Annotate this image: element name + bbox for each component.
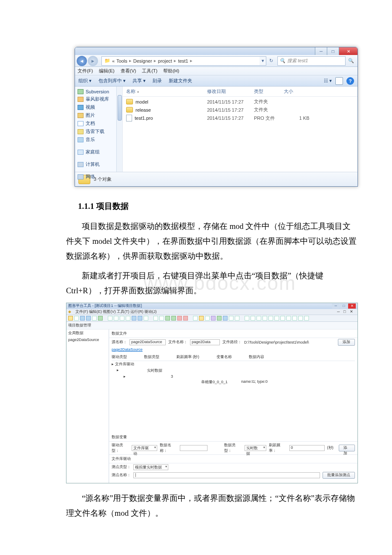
menubar: 文件(F) 编辑(E) 查看(V) 工具(T) 帮助(H) [75, 67, 357, 75]
nav-subversion[interactable]: Subversion▲ [75, 88, 122, 95]
search-icon: 🔍 [280, 58, 285, 64]
nav-global[interactable]: 全局数据 [66, 330, 109, 337]
tree-node[interactable]: ▸3 [112, 374, 355, 379]
point-name-input[interactable]: | [133, 472, 320, 478]
folder-icon: 📁 [104, 58, 110, 64]
source-name-input[interactable]: page2DataSource [130, 339, 166, 345]
minimize-button[interactable]: ─ [332, 304, 340, 309]
nav-pane: Subversion▲ 暴风影视库 视频 图片 文档 迅雷下载 音乐 家庭组 计… [75, 87, 123, 172]
col-date[interactable]: 修改日期 [207, 88, 254, 95]
paragraph: 项目数据是数据驱动的数据模型，存储在 mod 文件中（位于组态工具项目文件夹下 … [66, 219, 358, 264]
tb-share[interactable]: 共享 ▾ [133, 78, 146, 84]
child-min[interactable]: ─ [337, 309, 343, 314]
app-icon: ◆ [68, 309, 71, 314]
file-row[interactable]: release 2014/11/15 17:27 文件夹 [123, 106, 357, 114]
col-size[interactable]: 大小 [284, 88, 309, 95]
nav-computer[interactable]: 计算机 [75, 160, 122, 168]
nav-documents[interactable]: 文档 [75, 119, 122, 127]
data-type-select[interactable]: 实时数据 [245, 445, 267, 451]
section-file-driver: 文件库驱动 [109, 454, 357, 463]
toolbar: 组织 ▾ 包含到库中 ▾ 共享 ▾ 刻录 新建文件夹 ☷ ▾ ? [75, 75, 357, 87]
nav-video[interactable]: 视频 [75, 103, 122, 111]
file-name-input[interactable]: page2Data [190, 339, 220, 345]
tb-include[interactable]: 包含到库中 ▾ [98, 78, 126, 84]
menu-view[interactable]: 查看(V) [121, 68, 136, 74]
nav-title: 项目数据管理 [66, 322, 357, 330]
document-body: 1.1.1 项目数据 项目数据是数据驱动的数据模型，存储在 mod 文件中（位于… [0, 187, 392, 298]
paragraph: 新建或者打开项目后，右键项目弹出菜单中点击“项目数据”（快捷键 Ctrl+R），… [66, 269, 358, 298]
nav-baofeng[interactable]: 暴风影视库 [75, 95, 122, 103]
close-button[interactable]: ✕ [348, 304, 356, 309]
address-bar-row: ◄ ► 📁 « Tools▸ Designer▸ project▸ test1▸… [75, 55, 357, 67]
data-name-input[interactable] [180, 445, 208, 451]
section-heading: 1.1.1 项目数据 [78, 199, 358, 214]
preview-pane-button[interactable] [335, 77, 343, 85]
file-path: D:\Tools\Designer\project\test1\model\ [244, 340, 309, 344]
file-list: 名称▴ 修改日期 类型 大小 model 2014/11/15 17:27 文件… [123, 87, 357, 172]
nav-scrollbar[interactable] [116, 87, 122, 172]
file-row[interactable]: model 2014/11/15 17:27 文件夹 [123, 98, 357, 106]
refresh-button[interactable]: ↻ [266, 56, 276, 66]
document-body: “源名称”用于数据变量界面中，或者界面数据源属性；“文件名称”表示存储物理文件名… [0, 483, 392, 521]
batch-add-button[interactable]: 批量添加测点 [323, 472, 355, 479]
driver-type-select[interactable]: 文件库驱动 [132, 445, 157, 451]
search-go-icon[interactable]: 🔍 [346, 56, 356, 66]
folder-icon [126, 107, 133, 113]
child-max[interactable]: □ [343, 309, 349, 314]
tree-node[interactable]: ▸ 文件库驱动 [112, 361, 355, 367]
designer-nav: 全局数据 page2DataSource [66, 330, 109, 483]
tb-newfolder[interactable]: 新建文件夹 [169, 78, 192, 84]
designer-menubar: ◆ 文件(F) 编辑(E) 视图(V) 工具(T) 运行(R) 驱动(J) ─ … [66, 309, 357, 315]
forward-button[interactable]: ► [88, 56, 98, 66]
maximize-button[interactable]: □ [327, 47, 339, 55]
history-dropdown[interactable]: ▾ [259, 56, 266, 66]
menu-tools[interactable]: 工具(T) [142, 68, 157, 74]
minimize-button[interactable]: ─ [315, 47, 327, 55]
add-button[interactable]: 添加 [338, 339, 355, 346]
back-button[interactable]: ◄ [77, 56, 87, 66]
view-mode-button[interactable]: ☷ ▾ [324, 78, 332, 84]
child-close[interactable]: ✕ [350, 309, 356, 314]
tree-leaf[interactable]: 单精量0_0_0_1name:t1; type:0 [112, 379, 355, 385]
file-row[interactable]: test1.pro 2014/11/15 17:27 PRO 文件 1 KB [123, 114, 357, 122]
folder-icon [126, 99, 133, 104]
watermark: www.bdocx.com [128, 265, 296, 302]
designer-toolbar [66, 315, 357, 322]
nav-music[interactable]: 音乐 [75, 136, 122, 144]
tool-icon[interactable] [68, 316, 73, 321]
tb-burn[interactable]: 刻录 [153, 78, 162, 84]
menu-items[interactable]: 文件(F) 编辑(E) 视图(V) 工具(T) 运行(R) 驱动(J) [75, 309, 156, 315]
explorer-window: ─ □ ✕ ◄ ► 📁 « Tools▸ Designer▸ project▸ … [75, 47, 358, 187]
col-name[interactable]: 名称▴ [126, 88, 207, 95]
file-icon [126, 115, 132, 121]
menu-edit[interactable]: 编辑(E) [99, 68, 115, 74]
point-type-select[interactable]: 模拟量实时数据 [133, 464, 168, 470]
help-button[interactable]: ? [346, 77, 354, 85]
designer-main: 数据文件 源名称： page2DataSource 文件名称： page2Dat… [109, 330, 357, 483]
paragraph: “源名称”用于数据变量界面中，或者界面数据源属性；“文件名称”表示存储物理文件名… [66, 491, 358, 521]
titlebar: ─ □ ✕ [75, 47, 357, 55]
section-data-var: 数据变量 [109, 433, 357, 442]
menu-help[interactable]: 帮助(H) [163, 68, 179, 74]
tb-organize[interactable]: 组织 ▾ [78, 78, 92, 84]
menu-file[interactable]: 文件(F) [78, 68, 93, 74]
nav-network[interactable]: 网络 [75, 173, 122, 181]
search-input[interactable]: 🔍 搜索 test1 [277, 56, 346, 66]
source-link[interactable]: page2DataSource [112, 347, 143, 352]
nav-page2ds[interactable]: page2DataSource [66, 337, 109, 343]
designer-titlebar: 图形平台工具 - [测试项目1 -- 编辑项目数据] ─ □ ✕ [66, 303, 357, 309]
tree-node[interactable]: ▸实时数据 [112, 367, 355, 374]
section-data-file: 数据文件 [109, 330, 357, 338]
nav-pictures[interactable]: 图片 [75, 111, 122, 119]
maximize-button[interactable]: □ [340, 304, 348, 309]
nav-homegroup[interactable]: 家庭组 [75, 148, 122, 156]
col-type[interactable]: 类型 [254, 88, 284, 95]
close-button[interactable]: ✕ [339, 47, 357, 55]
nav-xunlei[interactable]: 迅雷下载 [75, 127, 122, 136]
freq-input[interactable]: 0 [289, 445, 325, 451]
designer-window: 图形平台工具 - [测试项目1 -- 编辑项目数据] ─ □ ✕ ◆ 文件(F)… [66, 303, 358, 483]
breadcrumb[interactable]: 📁 « Tools▸ Designer▸ project▸ test1▸ [101, 56, 260, 66]
add-var-button[interactable]: 添加 [339, 445, 355, 451]
